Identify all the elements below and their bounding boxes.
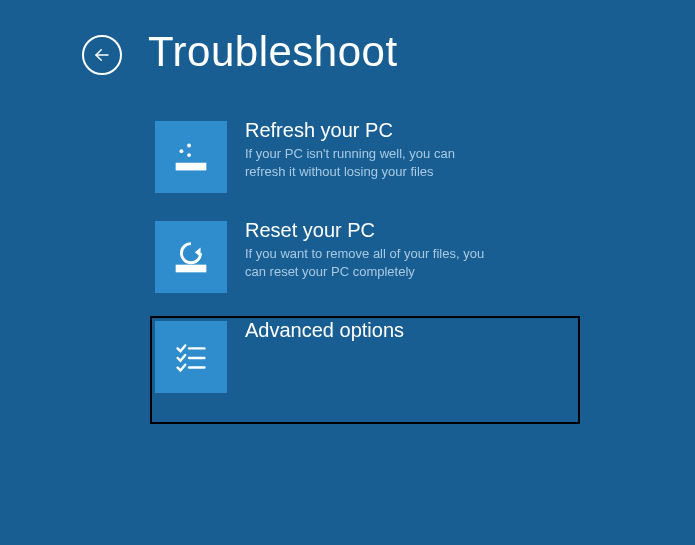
header: Troubleshoot [0, 0, 695, 76]
option-title: Advanced options [245, 319, 404, 341]
svg-marker-6 [195, 247, 201, 257]
option-desc: If your PC isn't running well, you can r… [245, 145, 485, 180]
svg-point-3 [187, 144, 191, 148]
advanced-options-icon [168, 334, 214, 380]
option-text: Refresh your PC If your PC isn't running… [227, 121, 485, 180]
option-text: Advanced options [227, 321, 404, 345]
refresh-pc-tile [155, 121, 227, 193]
option-title: Reset your PC [245, 219, 485, 241]
svg-rect-5 [176, 265, 207, 273]
advanced-options-tile [155, 321, 227, 393]
arrow-left-icon [93, 46, 111, 64]
option-advanced-options[interactable]: Advanced options [150, 316, 580, 424]
option-desc: If you want to remove all of your files,… [245, 245, 485, 280]
option-title: Refresh your PC [245, 119, 485, 141]
reset-pc-tile [155, 221, 227, 293]
page-title: Troubleshoot [148, 28, 398, 76]
reset-pc-icon [168, 234, 214, 280]
svg-rect-1 [176, 163, 207, 171]
option-refresh-pc[interactable]: Refresh your PC If your PC isn't running… [150, 116, 580, 198]
back-button[interactable] [82, 35, 122, 75]
svg-point-2 [180, 149, 184, 153]
refresh-pc-icon [168, 134, 214, 180]
option-text: Reset your PC If you want to remove all … [227, 221, 485, 280]
option-reset-pc[interactable]: Reset your PC If you want to remove all … [150, 216, 580, 298]
options-list: Refresh your PC If your PC isn't running… [0, 76, 695, 424]
svg-point-4 [187, 153, 191, 157]
